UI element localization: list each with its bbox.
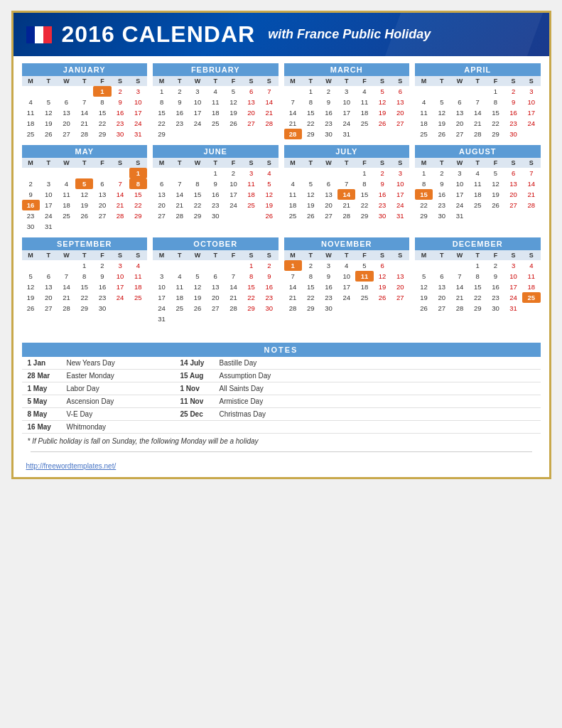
calendar-day (129, 303, 147, 314)
calendar-day: 14 (469, 107, 487, 118)
calendar-day: 19 (225, 107, 242, 118)
calendar-day: 28 (171, 210, 188, 221)
calendar-day: 24 (522, 118, 540, 129)
calendar-day: 30 (320, 129, 337, 139)
day-header: T (75, 250, 93, 260)
day-header: F (93, 158, 111, 168)
calendar-day: 22 (129, 200, 147, 210)
day-header: F (487, 250, 504, 260)
month-april: APRILMTWTFSS1234567891011121314151617181… (415, 63, 541, 139)
calendar-day: 16 (320, 107, 337, 118)
note-name-left: New Years Day (61, 357, 175, 370)
calendar-day: 4 (469, 168, 487, 178)
calendar-day: 3 (112, 260, 129, 271)
calendar-day: 23 (260, 292, 278, 303)
calendar-day: 12 (374, 97, 391, 107)
day-header: M (415, 158, 433, 168)
calendar-day: 5 (487, 168, 504, 178)
day-header: S (260, 158, 278, 168)
day-header: S (129, 158, 147, 168)
calendar-day (391, 260, 409, 271)
calendar-day: 10 (188, 97, 206, 107)
calendar-day: 22 (75, 292, 93, 303)
calendar-day: 11 (284, 189, 302, 200)
month-grid: MTWTFSS123456789101112131415161718192021… (415, 76, 541, 139)
calendar-day: 20 (58, 118, 75, 129)
calendar-day: 29 (355, 210, 373, 221)
day-header: T (40, 76, 58, 86)
calendar-day (188, 260, 206, 271)
calendar-day (93, 221, 111, 232)
calendar-day: 8 (188, 178, 206, 189)
calendar-day: 17 (129, 107, 147, 118)
day-header: S (242, 158, 260, 168)
calendar-day (188, 168, 206, 178)
day-header: S (391, 76, 409, 86)
calendar-day: 4 (129, 260, 147, 271)
calendar-day: 24 (450, 200, 468, 210)
calendar-day: 11 (415, 107, 433, 118)
calendar-day: 30 (112, 129, 129, 139)
calendar-day (58, 260, 75, 271)
note-row: 16 MayWhitmonday (22, 421, 541, 434)
calendar-day: 23 (320, 118, 337, 129)
day-header: F (225, 158, 242, 168)
calendar-day: 23 (320, 292, 337, 303)
calendar-day: 26 (188, 303, 206, 314)
calendar-row: SEPTEMBERMTWTFSS123456789101112131415161… (22, 237, 541, 324)
calendar-day: 14 (75, 107, 93, 118)
calendar-day (337, 168, 355, 178)
calendar-day: 28 (469, 129, 487, 139)
note-empty (434, 382, 541, 395)
day-header: M (284, 158, 302, 168)
day-header: T (75, 158, 93, 168)
note-name-right: Bastille Day (214, 357, 328, 370)
calendar-day: 4 (522, 260, 540, 271)
day-header: T (75, 76, 93, 86)
month-grid: MTWTFSS123456789101112131415161718192021… (22, 158, 148, 232)
calendar-day (75, 221, 93, 232)
calendar-day: 12 (40, 107, 58, 118)
calendar-day: 22 (242, 292, 260, 303)
note-date-left: 8 May (22, 408, 61, 421)
calendar-day: 10 (391, 178, 409, 189)
month-august: AUGUSTMTWTFSS123456789101112131415161718… (415, 145, 541, 232)
calendar-day: 15 (153, 107, 171, 118)
month-february: FEBRUARYMTWTFSS1234567891011121314151617… (153, 63, 279, 139)
calendar-day: 20 (93, 200, 111, 210)
calendar-day: 12 (188, 282, 206, 292)
calendar-day: 11 (22, 107, 40, 118)
calendar-day: 7 (58, 271, 75, 282)
calendar-day (374, 129, 391, 139)
note-row: 1 JanNew Years Day14 JulyBastille Day (22, 357, 541, 370)
calendar-day: 11 (207, 97, 225, 107)
calendar-day: 19 (22, 292, 40, 303)
note-empty (328, 408, 434, 421)
calendar-day: 31 (504, 303, 522, 314)
day-header: W (58, 158, 75, 168)
calendar-day (391, 129, 409, 139)
calendar-day: 27 (433, 303, 450, 314)
calendar-day: 20 (450, 118, 468, 129)
calendar-day: 10 (337, 271, 355, 282)
day-header: T (433, 250, 450, 260)
day-header: T (207, 158, 225, 168)
calendar-day (284, 168, 302, 178)
calendar-day: 27 (391, 118, 409, 129)
day-header: S (522, 158, 540, 168)
day-header: S (374, 158, 391, 168)
calendar-day: 20 (320, 200, 337, 210)
month-grid: MTWTFSS123456789101112131415161718192021… (153, 250, 279, 324)
day-header: S (374, 250, 391, 260)
day-header: S (129, 76, 147, 86)
calendar-day: 5 (433, 97, 450, 107)
note-date-left: 5 May (22, 395, 61, 408)
calendar-day: 15 (469, 282, 487, 292)
calendar-day (337, 303, 355, 314)
calendar-day: 18 (355, 107, 373, 118)
calendar-day: 12 (487, 178, 504, 189)
calendar-day: 17 (112, 282, 129, 292)
footer-link[interactable]: http://freewordtemplates.net/ (13, 456, 549, 477)
day-header: T (207, 76, 225, 86)
calendar-day: 9 (93, 271, 111, 282)
